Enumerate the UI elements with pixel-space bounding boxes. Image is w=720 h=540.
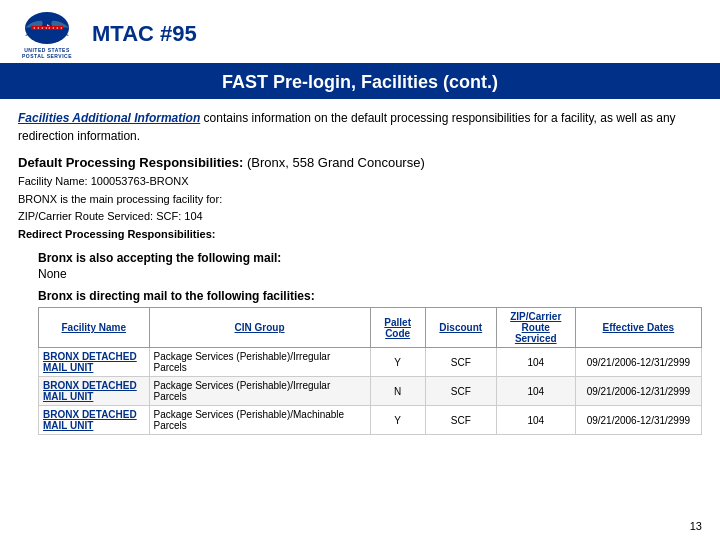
facilities-table: Facility Name CIN Group Pallet Code Disc… [38,307,702,435]
pallet-cell: Y [370,406,425,435]
bronx-main-line: BRONX is the main processing facility fo… [18,191,702,209]
facility-cell[interactable]: BRONX DETACHED MAIL UNIT [39,377,150,406]
dates-cell: 09/21/2006-12/31/2999 [575,348,701,377]
col-header-facility: Facility Name [39,308,150,348]
zip-cell: 104 [496,377,575,406]
pallet-cell: N [370,377,425,406]
dates-cell: 09/21/2006-12/31/2999 [575,406,701,435]
cin-cell: Package Services (Perishable)/Irregular … [149,348,370,377]
header: ★ ★ ★ ★ ★ ★ ★ ★ UNITED STATES POSTAL SER… [0,0,720,66]
intro-paragraph: Facilities Additional Information contai… [18,109,702,145]
bronx-directing-section: Bronx is directing mail to the following… [18,289,702,435]
directing-title: Bronx is directing mail to the following… [38,289,702,303]
cin-cell: Package Services (Perishable)/Irregular … [149,377,370,406]
facility-link[interactable]: BRONX DETACHED MAIL UNIT [43,351,137,373]
page-number: 13 [690,520,702,532]
col-header-zip: ZIP/Carrier Route Serviced [496,308,575,348]
table-row: BRONX DETACHED MAIL UNITPackage Services… [39,377,702,406]
usps-logo-icon: ★ ★ ★ ★ ★ ★ ★ ★ [21,8,73,48]
intro-bold-italic: Facilities Additional Information [18,111,200,125]
pallet-cell: Y [370,348,425,377]
table-row: BRONX DETACHED MAIL UNITPackage Services… [39,406,702,435]
accepting-title: Bronx is also accepting the following ma… [38,251,702,265]
zip-cell: 104 [496,406,575,435]
zip-cell: 104 [496,348,575,377]
zip-line: ZIP/Carrier Route Serviced: SCF: 104 [18,208,702,226]
banner: FAST Pre-login, Facilities (cont.) [0,66,720,99]
table-header-row: Facility Name CIN Group Pallet Code Disc… [39,308,702,348]
col-header-cin: CIN Group [149,308,370,348]
logo-text: UNITED STATES POSTAL SERVICE [22,48,72,59]
facility-cell[interactable]: BRONX DETACHED MAIL UNIT [39,406,150,435]
discount-cell: SCF [425,348,496,377]
page-title: MTAC #95 [92,21,197,47]
accepting-value: None [38,267,702,281]
facility-link[interactable]: BRONX DETACHED MAIL UNIT [43,409,137,431]
dates-cell: 09/21/2006-12/31/2999 [575,377,701,406]
table-row: BRONX DETACHED MAIL UNITPackage Services… [39,348,702,377]
col-header-dates: Effective Dates [575,308,701,348]
discount-cell: SCF [425,406,496,435]
main-content: Facilities Additional Information contai… [0,99,720,441]
bronx-accepting-section: Bronx is also accepting the following ma… [18,251,702,281]
svg-text:★ ★ ★ ★ ★ ★ ★ ★: ★ ★ ★ ★ ★ ★ ★ ★ [33,26,63,30]
logo-area: ★ ★ ★ ★ ★ ★ ★ ★ UNITED STATES POSTAL SER… [12,8,82,59]
default-processing-section: Default Processing Responsibilities: (Br… [18,155,702,243]
default-processing-title: Default Processing Responsibilities: (Br… [18,155,702,170]
facility-name-line: Facility Name: 100053763-BRONX [18,173,702,191]
cin-cell: Package Services (Perishable)/Machinable… [149,406,370,435]
facility-link[interactable]: BRONX DETACHED MAIL UNIT [43,380,137,402]
discount-cell: SCF [425,377,496,406]
col-header-discount: Discount [425,308,496,348]
col-header-pallet: Pallet Code [370,308,425,348]
redirect-label: Redirect Processing Responsibilities: [18,226,702,244]
facility-cell[interactable]: BRONX DETACHED MAIL UNIT [39,348,150,377]
